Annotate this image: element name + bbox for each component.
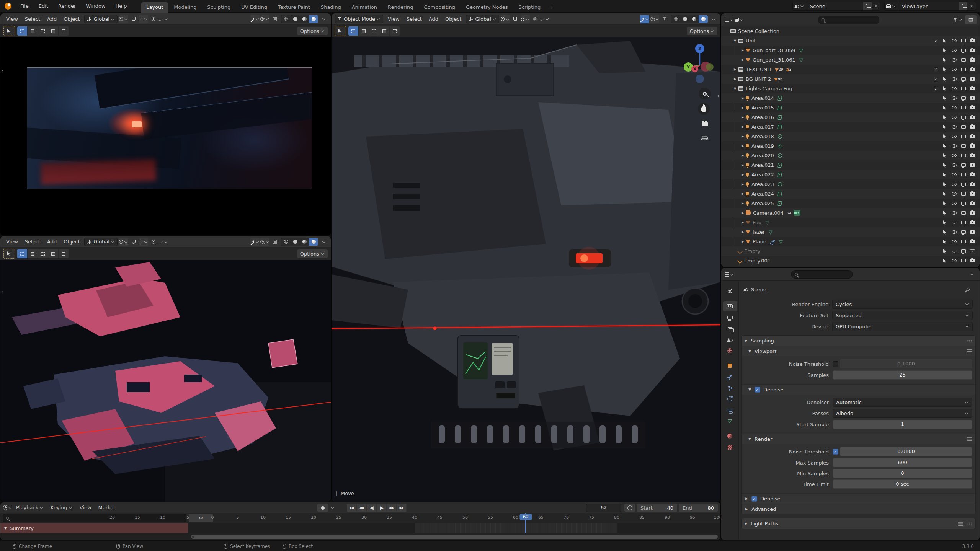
disable-viewport-icon[interactable] [960, 202, 967, 205]
snap-target-icon[interactable] [521, 15, 530, 23]
render-subpanel-header[interactable]: ▼ Render [742, 434, 975, 444]
outliner-row[interactable]: Empty.001 [721, 256, 980, 266]
select-extend-tool-icon[interactable] [59, 249, 69, 258]
shading-options-icon[interactable] [319, 15, 328, 23]
workspace-tab-layout[interactable]: Layout [141, 2, 168, 13]
snap-target-icon[interactable] [139, 238, 148, 246]
hide-eye-icon[interactable] [951, 259, 957, 262]
properties-search-input[interactable] [791, 270, 853, 279]
workspace-tab-scripting[interactable]: Scripting [513, 2, 546, 13]
proportional-edit-icon[interactable] [149, 238, 158, 246]
expand-toggle-icon[interactable]: ▶ [740, 49, 746, 52]
outliner-row[interactable]: ▶Area.016 [721, 112, 980, 122]
expand-toggle-icon[interactable]: ▶ [740, 144, 746, 148]
select-paint-tool-icon[interactable] [379, 26, 390, 36]
outliner-editor-icon[interactable] [725, 16, 734, 24]
expand-toggle-icon[interactable]: ▶ [740, 125, 746, 129]
selectable-icon[interactable] [942, 86, 948, 91]
outliner-row[interactable]: ▶Fog▽ [721, 218, 980, 227]
disable-viewport-icon[interactable] [960, 116, 967, 119]
hide-eye-icon[interactable] [951, 240, 957, 243]
select-lasso-tool-icon[interactable] [28, 249, 38, 258]
xray-toggle-icon[interactable] [270, 15, 279, 23]
select-lasso-tool-icon[interactable] [28, 26, 38, 36]
select-circle-tool-icon[interactable] [38, 249, 48, 258]
workspace-tab-sculpting[interactable]: Sculpting [202, 2, 236, 13]
timeline-menu-keying[interactable]: Keying [47, 505, 76, 510]
disable-render-icon[interactable] [969, 221, 976, 224]
selectable-icon[interactable] [942, 134, 948, 139]
noise-threshold-checkbox[interactable] [833, 361, 838, 367]
disable-viewport-icon[interactable] [960, 183, 967, 186]
close-icon[interactable]: ✕ [967, 3, 976, 9]
start-sample-field[interactable]: 1 [833, 420, 972, 429]
disable-viewport-icon[interactable] [960, 249, 967, 253]
gizmo-toggle-icon[interactable] [640, 15, 649, 23]
constraint-icon[interactable]: ↪ [787, 210, 791, 216]
disable-viewport-icon[interactable] [960, 240, 967, 243]
disable-render-icon[interactable] [969, 173, 976, 176]
add-workspace-button[interactable]: + [546, 2, 558, 13]
disable-render-icon[interactable] [969, 77, 976, 81]
outliner-row[interactable]: ▶Area.024 [721, 189, 980, 199]
disable-render-icon[interactable] [969, 240, 976, 243]
disable-render-icon[interactable] [969, 192, 976, 196]
duplicate-icon[interactable] [863, 2, 872, 10]
record-icon[interactable] [317, 504, 328, 512]
hide-eye-icon[interactable] [951, 87, 957, 90]
disable-viewport-icon[interactable] [960, 144, 967, 148]
hide-eye-icon[interactable] [951, 144, 957, 148]
selectable-icon[interactable] [942, 240, 948, 244]
overlays-toggle-icon[interactable] [650, 15, 659, 23]
select-circle-tool-icon[interactable] [369, 26, 379, 36]
timeline-menu-marker[interactable]: Marker [95, 505, 119, 510]
stopwatch-icon[interactable] [624, 504, 635, 512]
viewport-3d-canvas[interactable]: ‹ [0, 260, 331, 502]
outliner-row[interactable]: ▶lazer▽ [721, 227, 980, 237]
point-light-data-icon[interactable] [778, 134, 782, 139]
viewport-menu-add[interactable]: Add [44, 16, 60, 22]
disable-render-icon[interactable] [969, 39, 976, 42]
hide-eye-icon[interactable] [951, 116, 957, 119]
drag-grip-icon[interactable] [967, 522, 972, 525]
snap-magnet-icon[interactable] [129, 238, 138, 246]
denoise-collapsed-header[interactable]: ▶ ✓ Denoise [742, 493, 975, 504]
outliner-row[interactable]: ▶BG UNIT 296✓ [721, 74, 980, 84]
close-icon[interactable]: ✕ [872, 3, 880, 9]
noise-threshold-field[interactable]: 0.1000 [840, 359, 972, 368]
selectable-icon[interactable] [942, 106, 948, 110]
disable-render-icon[interactable] [969, 230, 976, 234]
disable-render-icon[interactable] [969, 106, 976, 109]
viewport-menu-select[interactable]: Select [21, 239, 44, 245]
area-light-data-icon[interactable] [777, 96, 782, 101]
expand-toggle-icon[interactable]: ▼ [732, 39, 738, 42]
viewport-menu-select[interactable]: Select [403, 16, 425, 22]
properties-editor-icon[interactable] [725, 270, 734, 279]
horizontal-fit-icon[interactable]: ↔ [189, 514, 213, 522]
denoiser-select[interactable]: Automatic [833, 398, 972, 407]
mesh-data-icon[interactable]: ▽ [779, 239, 783, 245]
new-collection-icon[interactable] [965, 15, 977, 24]
viewport-3d-canvas[interactable]: ‹ Z Y X Move [332, 37, 720, 502]
select-lasso-tool-icon[interactable] [359, 26, 369, 36]
mesh-data-icon[interactable]: ▽ [799, 47, 803, 53]
gizmo-z-neg[interactable] [696, 75, 704, 83]
outliner-row[interactable]: Empty✕ [721, 246, 980, 256]
expand-toggle-icon[interactable]: ▶ [740, 135, 746, 138]
scene-selector[interactable]: Scene ✕ [792, 2, 880, 11]
disable-viewport-icon[interactable] [960, 96, 967, 100]
properties-tab-render[interactable] [723, 301, 737, 311]
menu-file[interactable]: File [15, 1, 34, 11]
expand-toggle-icon[interactable]: ▶ [740, 240, 746, 243]
timeline-channels[interactable]: ▼Summary [0, 523, 720, 533]
area-light-data-icon[interactable] [777, 201, 782, 206]
denoise-checkbox[interactable]: ✓ [755, 387, 760, 393]
select-cursor-tool-icon[interactable] [3, 26, 15, 36]
selectable-icon[interactable] [942, 192, 948, 196]
outliner-row[interactable]: ▶TEXT UNIT29a3✓ [721, 65, 980, 74]
gizmo-y-neg[interactable] [706, 63, 714, 71]
outliner-search-input[interactable] [818, 16, 879, 24]
properties-tab-view-layer[interactable] [723, 323, 737, 334]
viewport-menu-select[interactable]: Select [21, 16, 44, 22]
play-forward-icon[interactable]: ▶ [377, 504, 387, 512]
